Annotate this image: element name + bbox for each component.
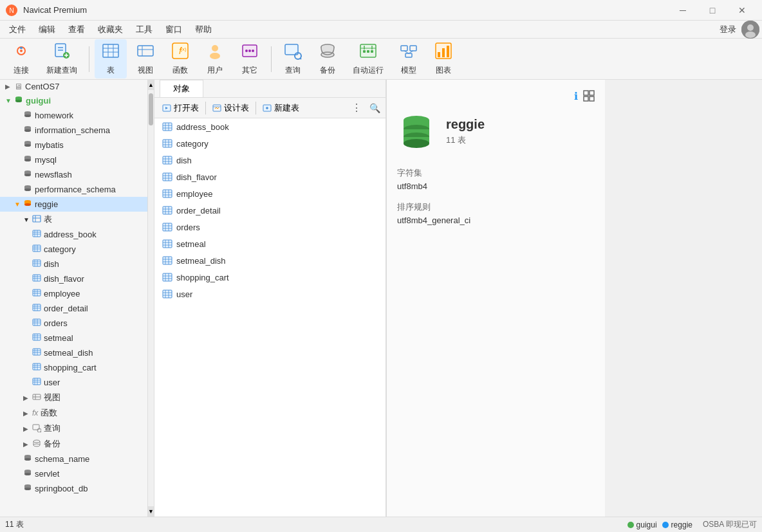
setmeal-label: setmeal	[44, 333, 73, 343]
sidebar-item-category[interactable]: category	[0, 242, 147, 257]
minimize-button[interactable]: ─	[668, 0, 698, 21]
svg-rect-100	[33, 289, 41, 296]
menu-favorites[interactable]: 收藏夹	[91, 21, 129, 38]
table-item-orders[interactable]: orders	[154, 219, 386, 235]
table-item-dish[interactable]: dish	[154, 152, 386, 169]
dish-flavor-name: dish_flavor	[176, 172, 217, 182]
dish-name: dish	[176, 156, 192, 165]
toolbar-function[interactable]: f (x) 函数	[164, 39, 196, 78]
svg-text:(x): (x)	[180, 46, 187, 52]
login-button[interactable]: 登录	[720, 24, 736, 35]
toolbar-other[interactable]: 其它	[234, 39, 266, 78]
table-item-address-book[interactable]: address_book	[154, 118, 386, 135]
menu-tools[interactable]: 工具	[129, 21, 159, 38]
main-area: ▶ 🖥 CentOS7 ▼ guigui ▶	[0, 80, 762, 517]
close-button[interactable]: ✕	[727, 0, 757, 21]
sidebar-item-centos7[interactable]: ▶ 🖥 CentOS7	[0, 80, 147, 93]
svg-rect-40	[367, 50, 369, 53]
sidebar-item-setmeal-dish[interactable]: setmeal_dish	[0, 345, 147, 360]
information-schema-label: information_schema	[35, 125, 110, 135]
table-item-category[interactable]: category	[154, 135, 386, 152]
maximize-button[interactable]: □	[698, 0, 727, 21]
svg-rect-95	[33, 275, 41, 281]
function-label: 函数	[172, 65, 188, 76]
menu-edit[interactable]: 编辑	[32, 21, 62, 38]
collation-label: 排序规则	[397, 201, 595, 213]
table-item-dish-flavor[interactable]: dish_flavor	[154, 169, 386, 185]
sidebar-item-performance-schema[interactable]: ▶ performance_schema	[0, 182, 147, 197]
svg-rect-130	[33, 378, 41, 385]
menu-file[interactable]: 文件	[3, 21, 32, 38]
sidebar-item-order-detail[interactable]: order_detail	[0, 301, 147, 316]
sidebar-item-shopping-cart[interactable]: shopping_cart	[0, 360, 147, 375]
scroll-down-button[interactable]: ▼	[148, 506, 154, 517]
sidebar-item-dish[interactable]: dish	[0, 257, 147, 271]
window-controls: ─ □ ✕	[668, 0, 757, 21]
sidebar-item-servlet[interactable]: ▶ servlet	[0, 466, 147, 481]
scroll-track	[148, 90, 154, 506]
toolbar-query[interactable]: 查询	[277, 39, 309, 78]
sidebar-item-user[interactable]: user	[0, 375, 147, 390]
springboot-db-label: springboot_db	[35, 484, 88, 493]
table-item-shopping-cart[interactable]: shopping_cart	[154, 269, 386, 286]
sidebar-item-dish-flavor[interactable]: dish_flavor	[0, 271, 147, 286]
table-item-user[interactable]: user	[154, 286, 386, 302]
svg-rect-167	[163, 140, 172, 147]
sidebar-item-orders[interactable]: orders	[0, 316, 147, 331]
toolbar-chart[interactable]: 图表	[427, 39, 460, 78]
sidebar-item-backups-group[interactable]: ▶ 备份	[0, 436, 147, 452]
grid-view-button[interactable]	[583, 90, 595, 104]
table-item-employee[interactable]: employee	[154, 185, 386, 202]
sidebar-item-guigui[interactable]: ▼ guigui	[0, 93, 147, 108]
toolbar-backup[interactable]: 备份	[311, 39, 344, 78]
info-button[interactable]: ℹ	[574, 90, 578, 104]
sidebar-item-mysql[interactable]: ▶ mysql	[0, 152, 147, 167]
table-item-setmeal-dish[interactable]: setmeal_dish	[154, 252, 386, 269]
sidebar-item-functions-group[interactable]: ▶ fx 函数	[0, 405, 147, 421]
guigui-status-dot	[627, 522, 634, 528]
sidebar-item-homework[interactable]: ▶ homework	[0, 108, 147, 123]
toolbar-view[interactable]: 视图	[129, 39, 162, 78]
toolbar-model[interactable]: 模型	[393, 39, 425, 78]
toolbar-table[interactable]: 表	[95, 39, 127, 78]
db-name: reggie	[446, 117, 485, 132]
sidebar-item-views-group[interactable]: ▶ 视图	[0, 390, 147, 405]
object-tab[interactable]: 对象	[160, 80, 203, 97]
menu-help[interactable]: 帮助	[189, 21, 218, 38]
sidebar-item-mybatis[interactable]: ▶ mybatis	[0, 138, 147, 152]
menu-view[interactable]: 查看	[62, 21, 91, 38]
obj-more-button[interactable]: ⋮	[349, 102, 364, 114]
table-item-setmeal[interactable]: setmeal	[154, 235, 386, 252]
sidebar-item-information-schema[interactable]: ▶ information_schema	[0, 123, 147, 138]
sidebar-item-newsflash[interactable]: ▶ newsflash	[0, 167, 147, 182]
obj-search-button[interactable]: 🔍	[367, 103, 383, 113]
new-table-button[interactable]: 新建表	[257, 100, 304, 116]
scroll-up-button[interactable]: ▲	[148, 80, 154, 90]
db-table-count: 11 表	[446, 134, 485, 146]
svg-rect-217	[584, 91, 588, 95]
toolbar-auto-run[interactable]: 自动运行	[346, 39, 390, 78]
menu-window[interactable]: 窗口	[159, 21, 189, 38]
toolbar-connect[interactable]: 连接	[5, 39, 37, 78]
toolbar-new-query[interactable]: 新建查询	[40, 39, 84, 78]
sidebar-item-queries-group[interactable]: ▶ 查询	[0, 421, 147, 436]
scroll-thumb[interactable]	[149, 93, 153, 125]
sidebar-item-schema-name[interactable]: ▶ schema_name	[0, 452, 147, 466]
svg-rect-80	[33, 230, 41, 237]
setmeal-dish-label: setmeal_dish	[44, 348, 93, 358]
sidebar-item-address-book[interactable]: address_book	[0, 227, 147, 242]
user-avatar[interactable]	[741, 21, 759, 39]
sidebar-item-springboot-db[interactable]: ▶ springboot_db	[0, 481, 147, 496]
open-table-button[interactable]: 打开表	[157, 100, 204, 116]
table-item-order-detail[interactable]: order_detail	[154, 202, 386, 219]
view-label: 视图	[138, 65, 153, 76]
sidebar-item-employee[interactable]: employee	[0, 286, 147, 301]
svg-rect-162	[163, 123, 172, 131]
object-panel: 对象 打开表 设计表 新建表 ⋮ 🔍	[154, 80, 386, 517]
design-table-button[interactable]: 设计表	[207, 100, 254, 116]
svg-rect-120	[33, 349, 41, 355]
sidebar-item-setmeal[interactable]: setmeal	[0, 331, 147, 345]
sidebar-item-tables-group[interactable]: ▼ 表	[0, 212, 147, 227]
sidebar-item-reggie[interactable]: ▼ reggie	[0, 197, 147, 212]
toolbar-user[interactable]: 用户	[199, 39, 231, 78]
